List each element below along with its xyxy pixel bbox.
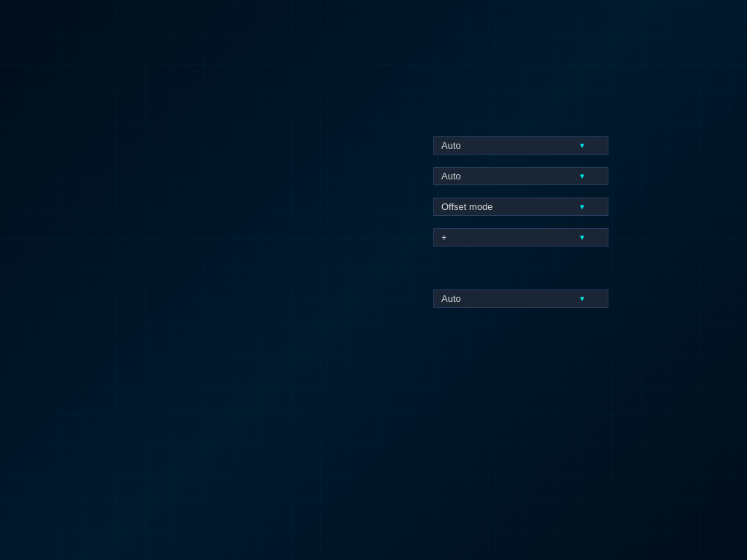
cpu-soc-telemetry-value: Auto bbox=[441, 171, 461, 182]
vddcr-cpu-voltage-dropdown[interactable]: Offset mode bbox=[433, 198, 608, 216]
vddcr-soc-dropdown[interactable]: Auto bbox=[433, 289, 608, 308]
vddcr-soc-value: Auto bbox=[441, 293, 461, 304]
cpu-soc-telemetry-dropdown[interactable]: Auto bbox=[433, 167, 608, 185]
vddcr-offset-sign-value: + bbox=[441, 232, 447, 243]
cpu-core-telemetry-dropdown[interactable]: Auto bbox=[433, 136, 608, 155]
vddcr-offset-sign-dropdown[interactable]: + bbox=[433, 228, 608, 246]
cpu-core-telemetry-value: Auto bbox=[441, 140, 461, 151]
vddcr-cpu-voltage-value: Offset mode bbox=[441, 201, 493, 212]
